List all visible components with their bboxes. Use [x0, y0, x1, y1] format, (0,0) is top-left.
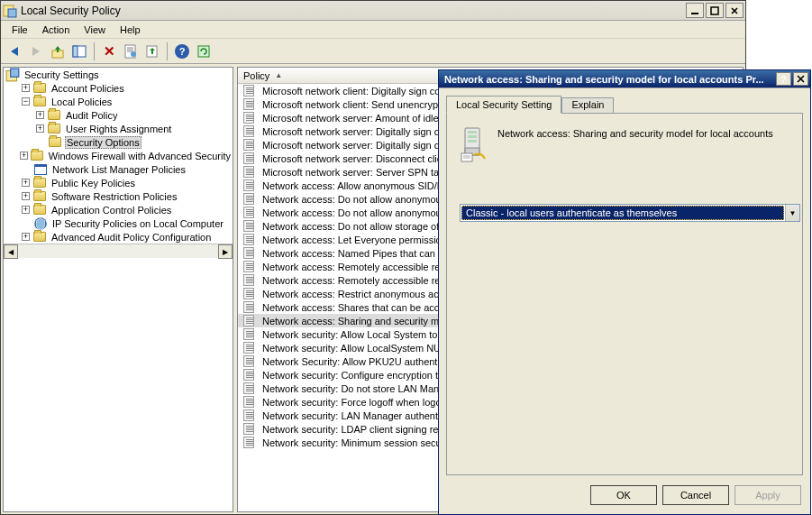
refresh-button[interactable] — [194, 41, 214, 61]
security-model-dropdown[interactable]: Classic - local users authenticate as th… — [460, 204, 800, 222]
help-icon: ? — [175, 44, 189, 59]
tab-explain[interactable]: Explain — [561, 97, 614, 113]
tree-item[interactable]: Network List Manager Policies — [4, 162, 233, 176]
show-panel-button[interactable] — [69, 41, 89, 61]
scroll-track[interactable] — [18, 244, 218, 258]
expand-button[interactable]: + — [22, 233, 30, 241]
tree-root[interactable]: Security Settings — [4, 68, 233, 81]
svg-rect-19 — [468, 135, 477, 138]
tree-item[interactable]: Security Options — [4, 135, 233, 149]
svg-rect-2 — [691, 13, 698, 14]
tab-local-security-setting[interactable]: Local Security Setting — [446, 96, 561, 114]
policy-icon — [242, 166, 256, 179]
up-button[interactable] — [48, 41, 68, 61]
policy-icon — [242, 437, 256, 449]
folder-icon — [32, 82, 47, 95]
close-button[interactable] — [725, 3, 744, 18]
tree-item[interactable]: +Advanced Audit Policy Configuration — [4, 230, 233, 244]
policy-icon — [242, 342, 256, 354]
tree-item[interactable]: +Public Key Policies — [4, 176, 233, 189]
policy-label: Network security: Do not store LAN Manag — [262, 383, 450, 394]
collapse-button[interactable]: − — [22, 97, 30, 106]
policy-icon — [242, 220, 256, 233]
export-icon — [145, 44, 160, 59]
tree-root-label: Security Settings — [23, 69, 101, 80]
tree-item-label: Local Policies — [50, 97, 114, 107]
delete-x-icon: ✕ — [104, 43, 115, 60]
dialog-buttons: OK Cancel Apply — [590, 485, 801, 505]
folder-icon — [32, 231, 47, 244]
expand-button[interactable]: + — [36, 111, 44, 119]
tree-item-label: Account Policies — [50, 83, 126, 94]
policy-icon — [242, 409, 256, 422]
tree-item[interactable]: +Software Restriction Policies — [4, 189, 233, 203]
policy-icon — [242, 369, 256, 382]
policy-icon — [242, 288, 256, 300]
tab-panel: Network access: Sharing and security mod… — [446, 113, 803, 475]
scroll-right-button[interactable]: ▶ — [218, 244, 233, 259]
policy-label: Network access: Restrict anonymous acces — [262, 289, 454, 299]
policy-icon — [242, 98, 256, 111]
dialog-close-button[interactable] — [793, 72, 808, 86]
expand-button[interactable]: + — [22, 84, 30, 92]
folder-icon — [32, 204, 47, 216]
expand-button[interactable]: + — [22, 179, 30, 187]
cancel-button[interactable]: Cancel — [662, 485, 729, 505]
back-button[interactable] — [5, 41, 24, 61]
policy-icon — [242, 328, 256, 341]
tree-pane[interactable]: Security Settings+Account Policies−Local… — [3, 67, 233, 512]
maximize-button[interactable] — [706, 3, 724, 18]
policy-label: Microsoft network client: Send unencrypt… — [262, 99, 446, 110]
expand-button[interactable]: + — [36, 124, 44, 133]
policy-icon — [242, 193, 256, 206]
menu-action[interactable]: Action — [35, 23, 78, 37]
arrow-left-icon — [11, 47, 18, 56]
dialog-window-controls: ? — [776, 72, 808, 86]
tree-item[interactable]: +Windows Firewall with Advanced Security — [4, 149, 233, 162]
tree-scrollbar-horizontal[interactable]: ◀ ▶ — [4, 244, 233, 258]
policy-icon — [242, 382, 256, 395]
expand-button[interactable]: + — [22, 206, 30, 214]
minimize-button[interactable] — [686, 3, 704, 18]
forward-button[interactable] — [26, 41, 46, 61]
policy-label: Network access: Remotely accessible regi… — [262, 262, 453, 272]
folder-icon — [32, 177, 47, 189]
up-folder-icon — [50, 44, 65, 59]
dropdown-button[interactable]: ▼ — [785, 205, 799, 221]
menu-help[interactable]: Help — [113, 23, 148, 37]
toolbar-separator — [167, 42, 168, 60]
apply-button[interactable]: Apply — [734, 485, 801, 505]
tree-item[interactable]: +User Rights Assignment — [4, 122, 233, 135]
folder-icon — [32, 190, 47, 203]
policy-label: Network security: LAN Manager authentica — [262, 410, 451, 421]
dialog-titlebar[interactable]: Network access: Sharing and security mod… — [439, 70, 810, 88]
help-button[interactable]: ? — [172, 41, 192, 61]
arrow-right-icon — [32, 47, 40, 56]
tree-item[interactable]: +Application Control Policies — [4, 203, 233, 216]
expand-button[interactable]: + — [22, 192, 30, 200]
policy-icon — [242, 261, 256, 273]
tree-item[interactable]: IP Security Policies on Local Computer — [4, 216, 233, 230]
panel-icon — [72, 44, 87, 59]
expand-button[interactable]: + — [20, 152, 27, 160]
tree-item[interactable]: +Audit Policy — [4, 108, 233, 122]
menubar: File Action View Help — [1, 21, 745, 39]
menu-view[interactable]: View — [77, 23, 113, 37]
policy-icon — [242, 85, 256, 97]
policy-label: Network access: Do not allow anonymous e — [262, 207, 454, 218]
tree-item-label: Advanced Audit Policy Configuration — [50, 232, 213, 243]
properties-button[interactable] — [121, 41, 141, 61]
tree-item[interactable]: +Account Policies — [4, 81, 233, 95]
ok-button[interactable]: OK — [590, 485, 657, 505]
main-titlebar[interactable]: Local Security Policy — [1, 1, 745, 21]
export-button[interactable] — [142, 41, 162, 61]
properties-icon — [123, 44, 138, 59]
scroll-left-button[interactable]: ◀ — [4, 244, 18, 259]
dialog-help-button[interactable]: ? — [776, 72, 791, 86]
menu-file[interactable]: File — [5, 23, 35, 37]
delete-button[interactable]: ✕ — [99, 41, 119, 61]
policy-heading-text: Network access: Sharing and security mod… — [497, 126, 773, 139]
policy-label: Network access: Allow anonymous SID/Na — [262, 180, 450, 191]
tree-item[interactable]: −Local Policies — [4, 95, 233, 108]
folder-icon — [48, 136, 62, 149]
